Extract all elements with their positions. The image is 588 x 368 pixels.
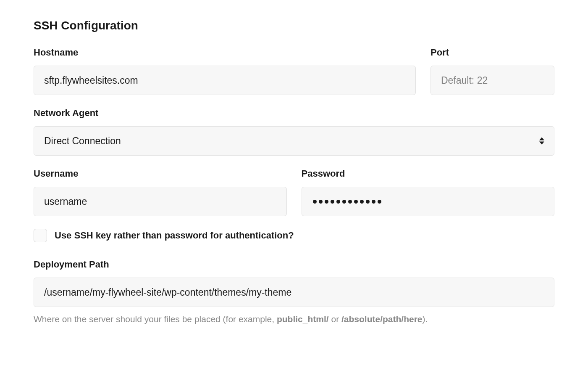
hostname-group: Hostname: [34, 47, 416, 95]
network-agent-group: Network Agent Direct Connection: [34, 108, 554, 156]
deployment-path-help: Where on the server should your files be…: [34, 313, 554, 325]
ssh-key-row: Use SSH key rather than password for aut…: [34, 229, 554, 242]
username-input[interactable]: [34, 187, 287, 216]
password-input[interactable]: [302, 187, 555, 216]
port-input[interactable]: [430, 66, 554, 95]
credentials-row: Username Password: [34, 168, 554, 216]
password-dots: [312, 200, 381, 204]
section-title: SSH Configuration: [34, 19, 554, 32]
port-label: Port: [430, 47, 554, 58]
username-group: Username: [34, 168, 287, 216]
hostname-input[interactable]: [34, 66, 416, 95]
network-agent-select[interactable]: Direct Connection: [34, 126, 554, 156]
hostname-port-row: Hostname Port: [34, 47, 554, 95]
password-group: Password: [302, 168, 555, 216]
deployment-path-label: Deployment Path: [34, 259, 554, 270]
deployment-path-input[interactable]: [34, 278, 554, 307]
deployment-path-row: Deployment Path Where on the server shou…: [34, 259, 554, 325]
hostname-label: Hostname: [34, 47, 416, 58]
ssh-key-label: Use SSH key rather than password for aut…: [55, 230, 294, 241]
port-group: Port: [430, 47, 554, 95]
network-agent-label: Network Agent: [34, 108, 554, 119]
network-agent-select-wrapper: Direct Connection: [34, 126, 554, 156]
password-label: Password: [302, 168, 555, 179]
username-label: Username: [34, 168, 287, 179]
network-agent-row: Network Agent Direct Connection: [34, 108, 554, 156]
deployment-path-group: Deployment Path Where on the server shou…: [34, 259, 554, 325]
ssh-key-checkbox[interactable]: [34, 229, 47, 242]
